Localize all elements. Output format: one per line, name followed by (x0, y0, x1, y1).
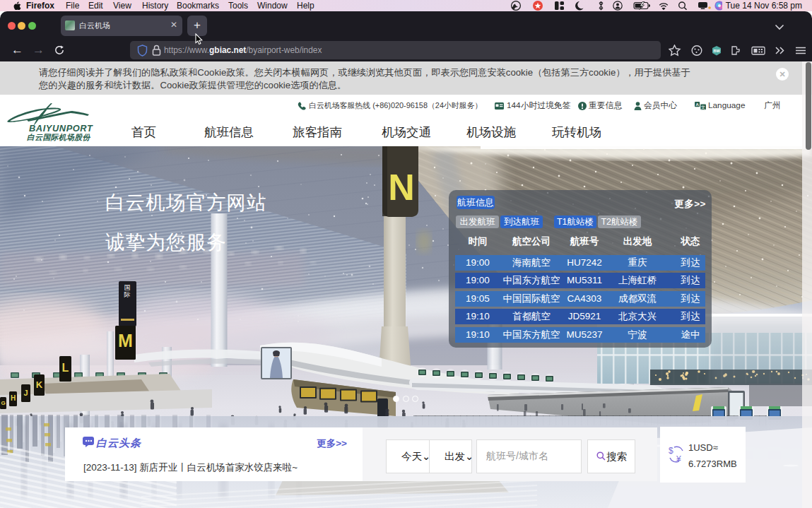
svg-text:$: $ (669, 446, 673, 456)
svg-text:H: H (11, 394, 16, 402)
svg-text:L: L (62, 362, 69, 374)
svg-text:K: K (36, 379, 43, 390)
svg-text:BW: BW (713, 49, 720, 53)
svg-text:白云国际机场股份: 白云国际机场股份 (27, 133, 90, 141)
svg-text:N: N (388, 167, 415, 208)
svg-text:J: J (23, 389, 28, 397)
svg-text:BAIYUNPORT: BAIYUNPORT (29, 123, 93, 134)
svg-text:国: 国 (124, 284, 131, 291)
svg-text:文: 文 (701, 104, 705, 109)
svg-text:G: G (1, 400, 5, 406)
svg-text:A: A (695, 102, 699, 106)
svg-text:M: M (118, 331, 133, 350)
svg-text:际: 际 (124, 291, 131, 298)
